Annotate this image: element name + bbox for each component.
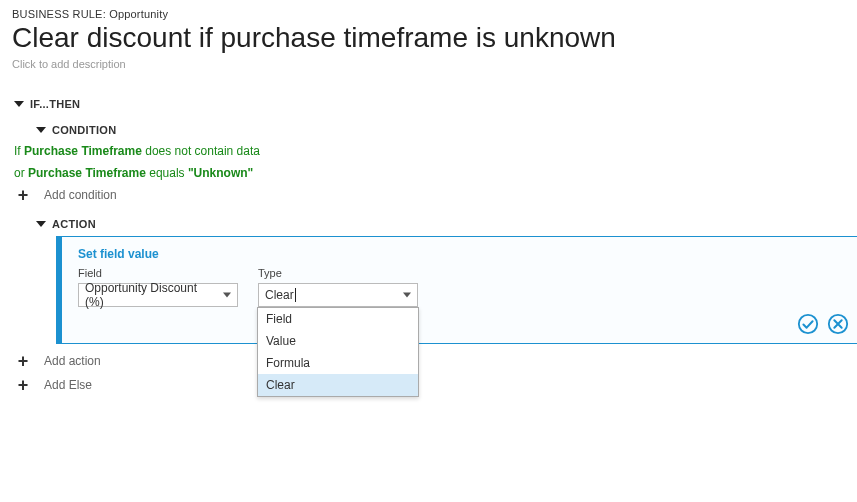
condition-line[interactable]: or Purchase Timeframe equals "Unknown": [14, 166, 845, 180]
action-card-title: Set field value: [78, 247, 845, 261]
type-dropdown: Field Value Formula Clear: [257, 307, 419, 397]
field-select-value: Opportunity Discount (%): [85, 281, 215, 309]
condition-op: does not contain data: [145, 144, 260, 158]
condition-prefix: If: [14, 144, 21, 158]
caret-icon[interactable]: [14, 101, 24, 107]
condition-value: "Unknown": [188, 166, 253, 180]
plus-icon: +: [14, 354, 32, 368]
add-condition-button[interactable]: + Add condition: [14, 188, 845, 202]
add-else-button[interactable]: + Add Else: [14, 378, 845, 392]
action-header: ACTION: [52, 218, 96, 230]
condition-prefix: or: [14, 166, 25, 180]
breadcrumb-prefix: BUSINESS RULE:: [12, 8, 106, 20]
condition-op: equals: [149, 166, 184, 180]
field-label: Field: [78, 267, 238, 279]
type-option-formula[interactable]: Formula: [258, 352, 418, 374]
add-else-label: Add Else: [44, 378, 92, 392]
plus-icon: +: [14, 188, 32, 202]
type-label: Type: [258, 267, 418, 279]
svg-point-0: [799, 315, 817, 333]
check-circle-icon: [797, 313, 819, 335]
type-select[interactable]: Clear: [258, 283, 418, 307]
breadcrumb: BUSINESS RULE: Opportunity: [12, 8, 845, 20]
caret-icon[interactable]: [36, 127, 46, 133]
dropdown-arrow-icon: [403, 293, 411, 298]
cancel-button[interactable]: [827, 313, 849, 335]
condition-line[interactable]: If Purchase Timeframe does not contain d…: [14, 144, 845, 158]
add-action-label: Add action: [44, 354, 101, 368]
plus-icon: +: [14, 378, 32, 392]
type-option-value[interactable]: Value: [258, 330, 418, 352]
type-option-field[interactable]: Field: [258, 308, 418, 330]
ifthen-header: IF...THEN: [30, 98, 80, 110]
condition-header: CONDITION: [52, 124, 116, 136]
condition-field: Purchase Timeframe: [24, 144, 142, 158]
caret-icon[interactable]: [36, 221, 46, 227]
field-select[interactable]: Opportunity Discount (%): [78, 283, 238, 307]
type-select-value: Clear: [265, 288, 296, 302]
breadcrumb-entity: Opportunity: [109, 8, 168, 20]
x-circle-icon: [827, 313, 849, 335]
type-option-clear[interactable]: Clear: [258, 374, 418, 396]
condition-field: Purchase Timeframe: [28, 166, 146, 180]
confirm-button[interactable]: [797, 313, 819, 335]
page-title: Clear discount if purchase timeframe is …: [12, 22, 845, 54]
add-action-button[interactable]: + Add action: [14, 354, 845, 368]
dropdown-arrow-icon: [223, 293, 231, 298]
action-card: Set field value Field Opportunity Discou…: [56, 236, 857, 344]
add-condition-label: Add condition: [44, 188, 117, 202]
description-placeholder[interactable]: Click to add description: [12, 58, 845, 70]
